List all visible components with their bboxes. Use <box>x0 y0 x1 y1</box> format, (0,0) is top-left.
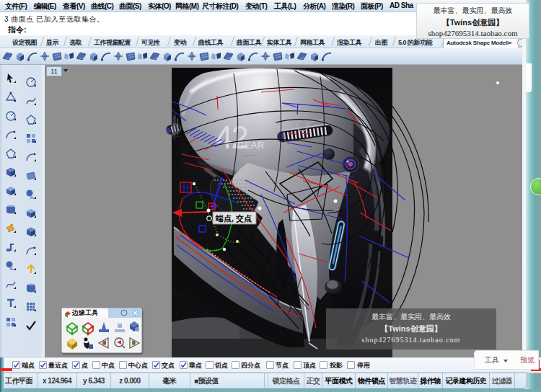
svg-text:GEAR: GEAR <box>237 141 264 151</box>
svg-text:端点, 交点: 端点, 交点 <box>215 214 252 223</box>
